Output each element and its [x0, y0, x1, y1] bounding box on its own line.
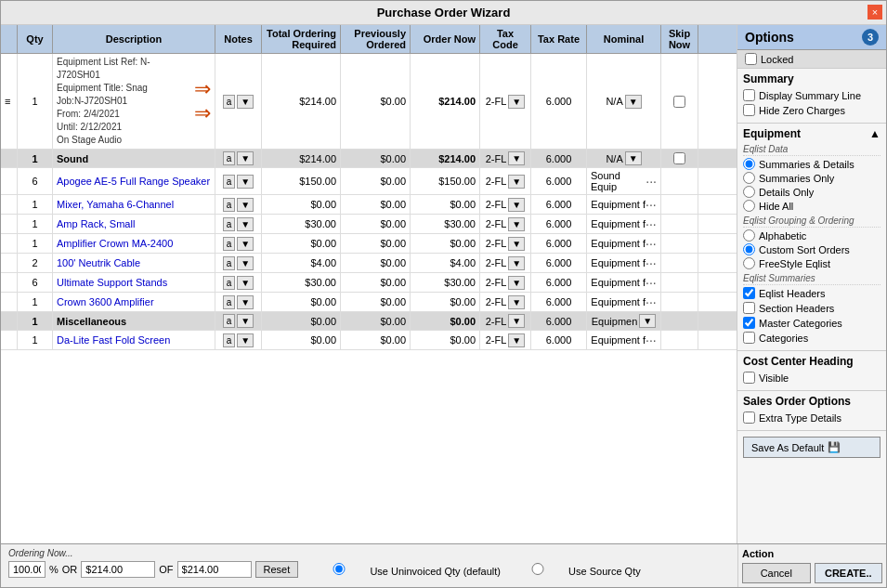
row-notes[interactable]: a ▼ [215, 312, 262, 330]
extra-type-checkbox[interactable] [743, 412, 755, 424]
notes-button[interactable]: a [223, 217, 236, 231]
row-notes[interactable]: a ▼ [215, 273, 262, 292]
amount-input[interactable] [81, 561, 155, 578]
skip-checkbox[interactable] [673, 152, 685, 164]
row-notes[interactable]: a ▼ [215, 168, 262, 194]
notes-button[interactable]: a [223, 314, 236, 328]
create-button[interactable]: CREATE.. [815, 563, 883, 583]
of-input[interactable] [177, 561, 252, 578]
uninvoiced-radio[interactable] [311, 563, 367, 575]
tax-dropdown[interactable]: ▼ [508, 256, 525, 270]
row-notes[interactable]: a ▼ [215, 195, 262, 214]
notes-button[interactable]: a [223, 276, 236, 290]
row-notes[interactable]: a ▼ [215, 254, 262, 272]
qty-radio-group: Use Uninvoiced Qty (default) Use Source … [311, 563, 640, 577]
notes-button[interactable]: a [223, 333, 236, 347]
display-summary-label: Display Summary Line [759, 90, 861, 101]
section-headers-checkbox[interactable] [743, 302, 755, 314]
notes-dropdown[interactable]: ▼ [237, 175, 254, 189]
notes-dropdown[interactable]: ▼ [237, 151, 254, 165]
more-button[interactable]: ··· [646, 275, 657, 290]
notes-button[interactable]: a [223, 198, 236, 212]
row-tax[interactable]: 2-FL ▼ [480, 168, 531, 194]
notes-dropdown[interactable]: ▼ [237, 237, 254, 251]
notes-dropdown[interactable]: ▼ [237, 276, 254, 290]
tax-dropdown[interactable]: ▼ [508, 314, 525, 328]
notes-dropdown[interactable]: ▼ [237, 295, 254, 309]
alphabetic-radio[interactable] [743, 229, 755, 242]
row-tax[interactable]: 2-FL ▼ [480, 215, 531, 233]
notes-button[interactable]: a [223, 151, 236, 165]
summaries-only-radio[interactable] [743, 172, 755, 184]
cancel-button[interactable]: Cancel [742, 563, 811, 583]
nominal-dropdown[interactable]: ▼ [639, 314, 656, 328]
close-button[interactable]: × [867, 5, 882, 20]
notes-dropdown[interactable]: ▼ [237, 256, 254, 270]
row-tax[interactable]: 2-FL ▼ [480, 234, 531, 253]
tax-dropdown[interactable]: ▼ [508, 237, 525, 251]
notes-button[interactable]: a [223, 295, 236, 309]
details-only-radio[interactable] [743, 186, 755, 198]
row-tax[interactable]: 2-FL ▼ [480, 273, 531, 292]
notes-dropdown[interactable]: ▼ [237, 95, 254, 109]
visible-checkbox[interactable] [743, 372, 755, 384]
row-skip[interactable] [661, 150, 698, 167]
more-button[interactable]: ··· [646, 174, 657, 189]
reset-button[interactable]: Reset [255, 561, 299, 578]
row-tax[interactable]: 2-FL ▼ [480, 254, 531, 272]
tax-dropdown[interactable]: ▼ [508, 217, 525, 231]
row-tax[interactable]: 2-FL ▼ [480, 150, 531, 167]
more-button[interactable]: ··· [646, 216, 657, 231]
row-tax[interactable]: 2-FL ▼ [480, 195, 531, 214]
row-tax[interactable]: 2-FL ▼ [480, 293, 531, 311]
categories-checkbox[interactable] [743, 332, 755, 344]
row-notes[interactable]: a ▼ [215, 150, 262, 167]
master-categories-checkbox[interactable] [743, 317, 755, 329]
hide-zero-checkbox[interactable] [743, 104, 755, 116]
notes-button[interactable]: a [223, 237, 236, 251]
more-button[interactable]: ··· [646, 197, 657, 212]
tax-dropdown[interactable]: ▼ [508, 333, 525, 347]
row-drag[interactable]: ≡ [1, 54, 18, 149]
row-tax[interactable]: 2-FL ▼ [480, 312, 531, 330]
nominal-dropdown[interactable]: ▼ [625, 95, 642, 109]
eqlist-headers-checkbox[interactable] [743, 287, 755, 299]
notes-dropdown[interactable]: ▼ [237, 314, 254, 328]
notes-dropdown[interactable]: ▼ [237, 198, 254, 212]
source-radio[interactable] [510, 563, 566, 575]
tax-dropdown[interactable]: ▼ [508, 295, 525, 309]
notes-button[interactable]: a [223, 175, 236, 189]
row-notes[interactable]: a ▼ [215, 293, 262, 311]
locked-checkbox[interactable] [745, 53, 757, 65]
pct-input[interactable] [8, 561, 46, 578]
freestyle-radio[interactable] [743, 257, 755, 269]
display-summary-checkbox[interactable] [743, 89, 755, 101]
row-tax[interactable]: 2-FL ▼ [480, 331, 531, 349]
row-notes[interactable]: a ▼ [215, 54, 262, 149]
more-button[interactable]: ··· [646, 333, 657, 347]
tax-dropdown[interactable]: ▼ [508, 198, 525, 212]
row-skip[interactable] [661, 54, 698, 149]
notes-button[interactable]: a [223, 256, 236, 270]
tax-dropdown[interactable]: ▼ [508, 151, 525, 165]
custom-sort-radio[interactable] [743, 243, 755, 255]
summaries-details-radio[interactable] [743, 158, 755, 170]
notes-button[interactable]: a [223, 95, 236, 109]
save-default-button[interactable]: Save As Default 💾 [743, 437, 880, 458]
nominal-dropdown[interactable]: ▼ [625, 151, 642, 165]
row-tax[interactable]: 2-FL ▼ [480, 54, 531, 149]
tax-dropdown[interactable]: ▼ [508, 95, 525, 109]
row-notes[interactable]: a ▼ [215, 215, 262, 233]
collapse-button[interactable]: ▲ [869, 127, 880, 140]
more-button[interactable]: ··· [646, 294, 657, 309]
skip-checkbox[interactable] [673, 96, 685, 108]
tax-dropdown[interactable]: ▼ [508, 175, 525, 189]
more-button[interactable]: ··· [646, 255, 657, 270]
row-notes[interactable]: a ▼ [215, 331, 262, 349]
tax-dropdown[interactable]: ▼ [508, 276, 525, 290]
notes-dropdown[interactable]: ▼ [237, 217, 254, 231]
hide-all-radio[interactable] [743, 200, 755, 212]
notes-dropdown[interactable]: ▼ [237, 333, 254, 347]
row-notes[interactable]: a ▼ [215, 234, 262, 253]
more-button[interactable]: ··· [646, 236, 657, 251]
